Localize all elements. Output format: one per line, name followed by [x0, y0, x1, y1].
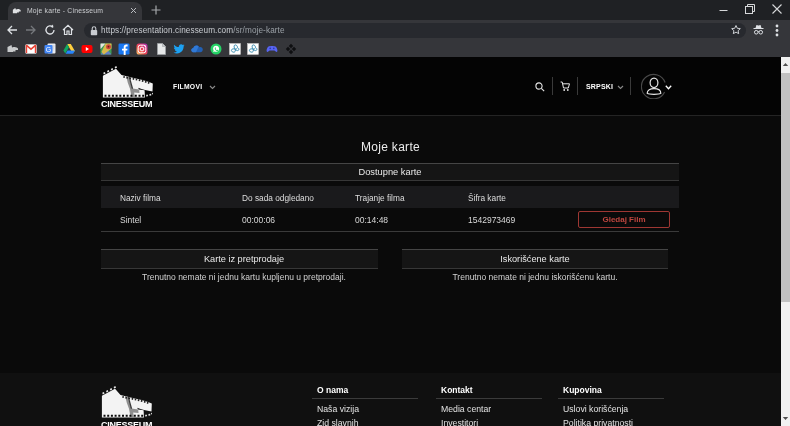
svg-text:G: G [46, 46, 51, 53]
